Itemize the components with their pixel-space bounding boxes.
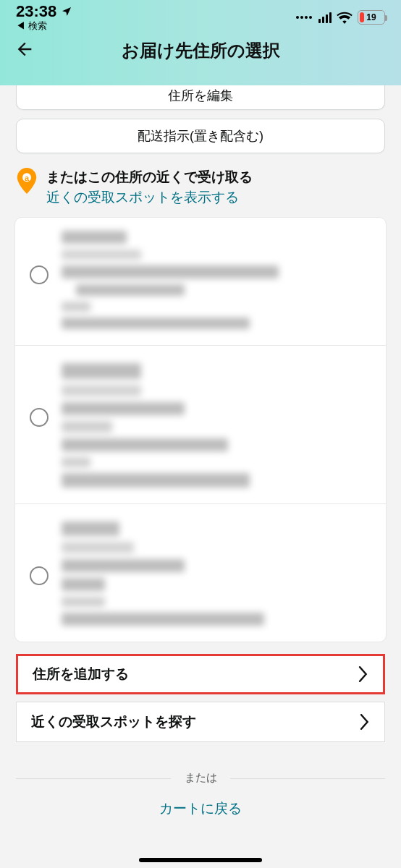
svg-text:a: a <box>25 174 30 182</box>
radio-unchecked-icon[interactable] <box>30 566 48 585</box>
nearby-pickup-section: a またはこの住所の近くで受け取る 近くの受取スポットを表示する <box>16 162 385 217</box>
radio-unchecked-icon[interactable] <box>30 408 48 427</box>
delivery-instructions-button[interactable]: 配送指示(置き配含む) <box>16 119 385 153</box>
find-pickup-spot-button[interactable]: 近くの受取スポットを探す <box>16 702 385 742</box>
status-time: 23:38 <box>16 2 72 21</box>
or-divider: または <box>16 771 385 785</box>
nearby-pickup-link[interactable]: 近くの受取スポットを表示する <box>46 188 253 207</box>
chevron-right-icon <box>360 714 370 730</box>
address-redacted <box>62 363 250 488</box>
edit-address-button[interactable]: 住所を編集 <box>16 81 385 110</box>
address-redacted <box>62 231 279 329</box>
address-option[interactable] <box>15 218 386 345</box>
cellular-signal-icon <box>318 12 332 23</box>
radio-unchecked-icon[interactable] <box>30 265 48 284</box>
back-button[interactable] <box>14 39 35 62</box>
add-address-button[interactable]: 住所を追加する <box>16 654 385 694</box>
wifi-icon <box>337 11 353 24</box>
map-pin-icon: a <box>16 168 38 194</box>
arrow-left-icon <box>14 39 35 59</box>
battery-indicator: 19 <box>358 10 385 25</box>
location-arrow-icon <box>61 6 72 17</box>
nearby-pickup-title: またはこの住所の近くで受け取る <box>46 168 253 187</box>
page-title: お届け先住所の選択 <box>0 39 401 62</box>
signal-secondary-icon <box>296 16 312 19</box>
status-bar: 23:38 ◀ 検索 19 <box>0 0 401 29</box>
chevron-right-icon <box>358 666 368 682</box>
home-indicator[interactable] <box>139 858 262 862</box>
return-to-cart-link[interactable]: カートに戻る <box>16 799 385 818</box>
address-redacted <box>62 522 264 626</box>
address-list <box>14 217 387 642</box>
address-option[interactable] <box>15 345 386 503</box>
address-option[interactable] <box>15 503 386 642</box>
